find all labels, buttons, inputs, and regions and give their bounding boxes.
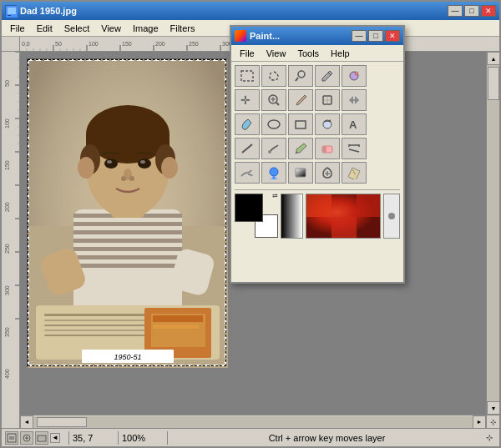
vscroll-thumb[interactable]: [488, 67, 499, 100]
fg-bg-colors: ⇄: [235, 194, 278, 238]
foreground-color[interactable]: [235, 194, 263, 222]
tool-rect-select[interactable]: [235, 65, 260, 87]
svg-rect-122: [296, 121, 306, 128]
paint-close-button[interactable]: ✕: [385, 30, 400, 42]
tool-pencil2[interactable]: [261, 138, 286, 159]
svg-text:200: 200: [155, 41, 165, 47]
title-controls: — □ ✕: [448, 5, 496, 17]
minimize-button[interactable]: —: [448, 5, 463, 17]
paint-menu-file[interactable]: File: [235, 47, 260, 60]
scroll-up-button[interactable]: ▲: [487, 52, 499, 65]
tool-dropper[interactable]: [288, 138, 313, 159]
svg-point-80: [140, 160, 145, 164]
menu-select[interactable]: Select: [59, 22, 95, 35]
tool-lasso[interactable]: [261, 65, 286, 87]
svg-point-127: [268, 150, 271, 154]
hscroll-thumb[interactable]: [37, 417, 87, 427]
hscroll-track[interactable]: [33, 416, 473, 428]
sep-3: [167, 431, 168, 445]
paint-maximize-button[interactable]: □: [368, 30, 383, 42]
tool-ellipse[interactable]: [261, 113, 286, 135]
svg-text:250: 250: [189, 41, 199, 47]
svg-point-121: [268, 120, 280, 128]
menu-view[interactable]: View: [96, 22, 126, 35]
svg-text:50: 50: [55, 41, 62, 47]
tools-row-2: ✛: [235, 89, 400, 111]
tool-rectangle[interactable]: [288, 113, 313, 135]
menu-file[interactable]: File: [5, 22, 30, 35]
tool-zoom[interactable]: [261, 89, 286, 111]
tool-paint-bucket[interactable]: [235, 113, 260, 135]
svg-text:200: 200: [4, 202, 10, 212]
hscroll-area: ◄ ► ⊹: [20, 415, 499, 428]
svg-rect-2: [8, 15, 11, 16]
svg-point-85: [161, 157, 178, 179]
main-title: Dad 1950.jpg: [20, 6, 77, 16]
zoom-display: 100%: [122, 433, 164, 443]
tool-measure[interactable]: [342, 138, 367, 159]
paint-menu-view[interactable]: View: [261, 47, 291, 60]
paint-menu-tools[interactable]: Tools: [292, 47, 324, 60]
paint-title-bar: Paint... — □ ✕: [231, 27, 403, 45]
status-icon-1: [5, 431, 18, 445]
status-icon-3: [35, 431, 48, 445]
tool-smudge[interactable]: [235, 162, 260, 184]
dot-swatch[interactable]: [383, 194, 400, 239]
tools-row-1: [235, 65, 400, 87]
tool-magic-wand[interactable]: [288, 65, 313, 87]
swap-colors-icon[interactable]: ⇄: [272, 192, 278, 199]
status-message: Ctrl + arrow key moves layer: [171, 433, 483, 443]
svg-point-77: [104, 159, 118, 169]
tool-move[interactable]: ✛: [235, 89, 260, 111]
tool-recolor[interactable]: [342, 65, 367, 87]
svg-rect-67: [73, 239, 182, 243]
vertical-ruler: 50 100 150 200 250 300 350: [2, 52, 20, 428]
svg-point-147: [388, 213, 395, 219]
paint-minimize-button[interactable]: —: [352, 30, 367, 42]
scroll-right-button[interactable]: ►: [473, 415, 486, 429]
texture-swatch[interactable]: [306, 194, 381, 239]
horizontal-scrollbar[interactable]: ◄ ►: [20, 415, 486, 428]
svg-rect-96: [153, 315, 203, 322]
svg-rect-145: [331, 217, 357, 239]
scroll-down-button[interactable]: ▼: [487, 401, 499, 415]
tool-clone[interactable]: [315, 89, 340, 111]
svg-point-107: [298, 71, 305, 78]
close-button[interactable]: ✕: [481, 5, 496, 17]
status-icons: ◄: [5, 431, 60, 445]
svg-line-133: [349, 149, 359, 152]
vertical-scrollbar[interactable]: ▲ ▼: [486, 52, 499, 415]
paint-title-left: Paint...: [235, 30, 280, 42]
tool-fill2[interactable]: [261, 162, 286, 184]
paint-window: Paint... — □ ✕ File View Tools Help: [230, 25, 405, 284]
paint-menu-help[interactable]: Help: [326, 47, 355, 60]
tool-recolor2[interactable]: [315, 162, 340, 184]
app-icon: [5, 5, 17, 17]
title-bar-left: Dad 1950.jpg: [5, 5, 77, 17]
svg-rect-74: [86, 134, 170, 151]
gradient-swatch[interactable]: [281, 194, 303, 239]
menu-filters[interactable]: Filters: [165, 22, 200, 35]
svg-text:50: 50: [4, 80, 10, 87]
scroll-left-button[interactable]: ◄: [20, 415, 33, 429]
tool-eraser[interactable]: [315, 138, 340, 159]
menu-edit[interactable]: Edit: [32, 22, 58, 35]
svg-text:1950-51: 1950-51: [114, 353, 141, 361]
svg-text:✛: ✛: [240, 93, 250, 107]
tool-pencil[interactable]: [315, 65, 340, 87]
maximize-button[interactable]: □: [464, 5, 479, 17]
photo-svg: 1950-51: [28, 59, 228, 368]
tool-line[interactable]: [235, 138, 260, 159]
svg-text:150: 150: [4, 160, 10, 170]
tool-rotate[interactable]: [315, 113, 340, 135]
tool-text[interactable]: A: [342, 113, 367, 135]
menu-image[interactable]: Image: [128, 22, 164, 35]
tool-ruler[interactable]: [342, 162, 367, 184]
svg-rect-146: [357, 194, 381, 217]
tool-brush[interactable]: [288, 89, 313, 111]
svg-rect-103: [38, 435, 46, 441]
scroll-left-small[interactable]: ◄: [50, 433, 60, 443]
vscroll-track[interactable]: [487, 65, 499, 401]
tool-gradient[interactable]: [288, 162, 313, 184]
tool-flip[interactable]: [342, 89, 367, 111]
